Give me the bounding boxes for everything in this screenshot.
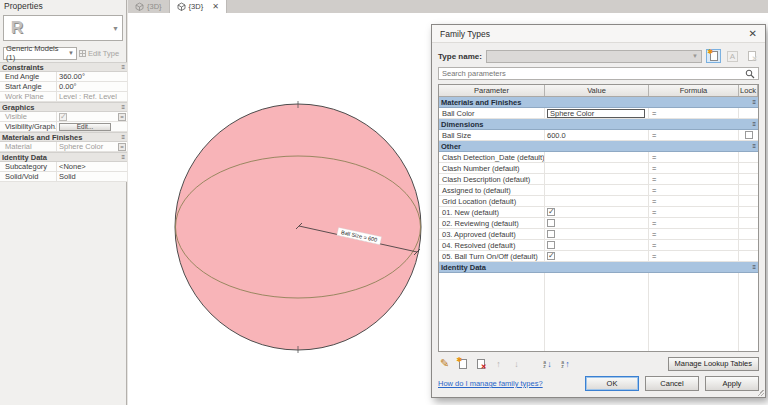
lock-checkbox[interactable] [745, 131, 753, 139]
parameter-row: Ball ColorSphere Color= [439, 108, 758, 119]
manage-lookup-tables-button[interactable]: Manage Lookup Tables [668, 357, 759, 371]
parameter-value-cell[interactable] [545, 152, 649, 162]
formula-cell[interactable]: = [649, 152, 739, 162]
parameter-row: Clash Detection_Date (default)= [439, 152, 758, 163]
formula-cell[interactable]: = [649, 240, 739, 250]
lock-cell [739, 108, 758, 118]
chevron-down-icon: ▼ [112, 25, 122, 32]
formula-cell[interactable]: = [649, 229, 739, 239]
formula-cell[interactable]: = [649, 196, 739, 206]
delete-type-button[interactable]: ✕ [744, 49, 759, 63]
dialog-close-button[interactable]: ✕ [749, 28, 757, 39]
lock-cell [739, 163, 758, 173]
family-types-section-header[interactable]: Other≡ [439, 141, 758, 152]
category-selector[interactable]: Generic Models (1) ▼ [3, 47, 77, 60]
column-header-parameter[interactable]: Parameter [439, 85, 545, 96]
edit-type-label: Edit Type [88, 49, 119, 58]
parameter-value-cell[interactable] [545, 240, 649, 250]
move-up-button[interactable]: ↑ [492, 357, 505, 370]
formula-cell[interactable]: = [649, 185, 739, 195]
properties-section-header[interactable]: Materials and Finishes≡ [0, 132, 127, 142]
value-checkbox[interactable] [547, 219, 555, 227]
chevron-down-icon: ▼ [68, 50, 76, 56]
sort-descending-button[interactable]: az↑ [559, 357, 572, 370]
type-name-label: Type name: [438, 52, 482, 61]
property-value[interactable]: 0.00° [57, 82, 127, 91]
parameter-value-cell[interactable] [545, 207, 649, 217]
property-value[interactable]: Solid [57, 172, 127, 181]
apply-button[interactable]: Apply [705, 376, 759, 391]
delete-parameter-button[interactable]: ✕ [474, 357, 487, 370]
cancel-button[interactable]: Cancel [645, 376, 699, 391]
formula-cell[interactable]: = [649, 108, 739, 118]
edit-type-button[interactable]: Edit Type [79, 49, 119, 58]
parameter-value-cell[interactable]: 600.0 [545, 130, 649, 140]
family-types-section-header[interactable]: Materials and Finishes≡ [439, 97, 758, 108]
family-type-preview-dropdown[interactable]: R ▼ [3, 15, 123, 41]
property-value[interactable]: 360.00° [57, 72, 127, 81]
parameter-name-cell: Ball Size [439, 130, 545, 140]
family-types-section-header[interactable]: Identity Data≡ [439, 262, 758, 273]
formula-cell[interactable]: = [649, 163, 739, 173]
formula-cell[interactable]: = [649, 218, 739, 228]
family-types-section-header[interactable]: Dimensions≡ [439, 119, 758, 130]
properties-section-header[interactable]: Graphics≡ [0, 102, 127, 112]
visible-checkbox[interactable] [59, 113, 67, 121]
sort-ascending-button[interactable]: az↓ [541, 357, 554, 370]
properties-section-header[interactable]: Identity Data≡ [0, 152, 127, 162]
parameter-value-cell[interactable] [545, 196, 649, 206]
lock-cell [739, 174, 758, 184]
parameter-row: Ball Size600.0= [439, 130, 758, 141]
parameter-value-cell[interactable] [545, 163, 649, 173]
property-value[interactable]: <None> [57, 162, 127, 171]
view-tab-3d-inactive[interactable]: {3D} [128, 0, 170, 13]
column-header-formula[interactable]: Formula [649, 85, 739, 96]
new-parameter-button[interactable]: ✱ [456, 357, 469, 370]
formula-cell[interactable]: = [649, 251, 739, 261]
dialog-titlebar[interactable]: Family Types ✕ [432, 25, 765, 43]
lock-cell [739, 240, 758, 250]
value-checkbox[interactable] [547, 208, 555, 216]
parameter-value-cell[interactable]: Sphere Color [545, 108, 649, 118]
search-parameters-input[interactable] [439, 69, 745, 78]
rename-type-button[interactable]: A [725, 49, 740, 63]
formula-cell[interactable]: = [649, 130, 739, 140]
parameter-value-cell[interactable] [545, 185, 649, 195]
value-text-field[interactable]: Sphere Color [547, 109, 645, 118]
parameter-value-cell[interactable] [545, 229, 649, 239]
edit-visibility-button[interactable]: Edit... [59, 123, 111, 131]
associate-parameter-button[interactable]: = [118, 143, 126, 151]
parameter-value-cell[interactable] [545, 218, 649, 228]
parameter-value-cell[interactable] [545, 174, 649, 184]
formula-cell[interactable]: = [649, 207, 739, 217]
search-parameters-box[interactable] [438, 67, 759, 80]
property-value[interactable]: Edit... [57, 123, 127, 131]
help-link[interactable]: How do I manage family types? [438, 379, 543, 388]
edit-parameter-button[interactable]: ✎ [438, 357, 451, 370]
value-checkbox[interactable] [547, 241, 555, 249]
ok-button[interactable]: OK [585, 376, 639, 391]
lock-cell [739, 207, 758, 217]
move-down-button[interactable]: ↓ [510, 357, 523, 370]
associate-parameter-button[interactable]: = [118, 113, 126, 121]
chevron-down-icon: ▼ [692, 53, 701, 59]
properties-section-header[interactable]: Constraints≡ [0, 62, 127, 72]
category-selector-label: Generic Models (1) [6, 44, 68, 62]
view-tab-3d-active[interactable]: {3D} ✕ [170, 0, 227, 13]
tab-close-icon[interactable]: ✕ [212, 2, 219, 11]
resize-grip[interactable] [757, 389, 764, 396]
parameter-value-cell[interactable] [545, 251, 649, 261]
property-value[interactable]: Level : Ref. Level [57, 92, 127, 101]
new-type-button[interactable]: ✱ [706, 49, 721, 63]
property-value[interactable]: Sphere Color= [57, 142, 127, 151]
type-name-dropdown[interactable]: ▼ [486, 50, 702, 63]
property-value[interactable]: = [57, 113, 127, 121]
value-checkbox[interactable] [547, 230, 555, 238]
formula-cell[interactable]: = [649, 174, 739, 184]
column-header-value[interactable]: Value [545, 85, 649, 96]
value-checkbox[interactable] [547, 252, 555, 260]
section-pin-icon: ≡ [121, 133, 125, 141]
property-value-text: Solid [59, 172, 76, 181]
column-header-lock[interactable]: Lock [739, 85, 758, 96]
delete-parameter-icon: ✕ [477, 359, 485, 369]
